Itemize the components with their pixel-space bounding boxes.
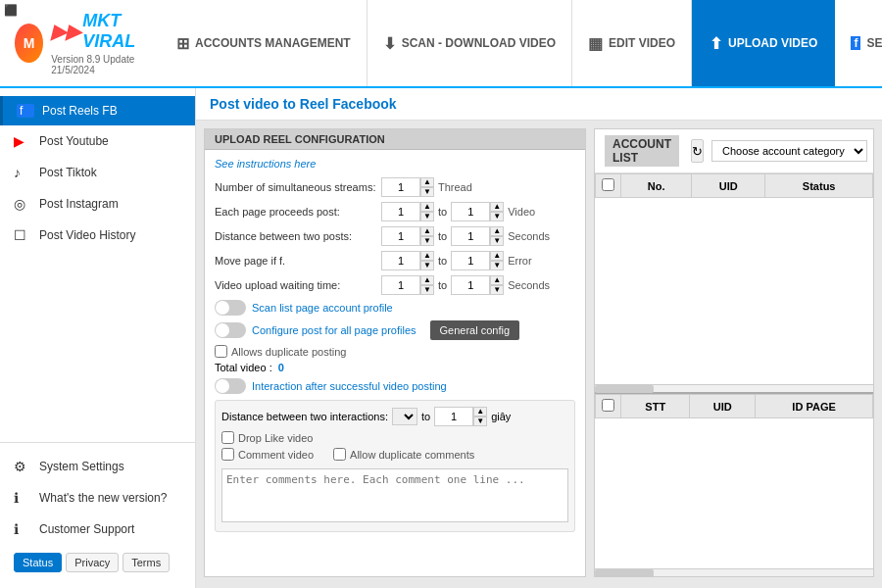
wait-time-input-group: ▲ ▼ [381, 275, 434, 295]
distance-posts-up[interactable]: ▲ [420, 226, 434, 236]
distance-posts-input-group: ▲ ▼ [381, 226, 434, 246]
interaction-distance-input[interactable] [434, 407, 473, 426]
sidebar-item-post-tiktok[interactable]: ♪ Post Tiktok [0, 157, 195, 188]
move-page-input[interactable] [381, 251, 420, 270]
top-scroll-bar[interactable] [595, 384, 873, 392]
tab-edit[interactable]: ▦ EDIT VIDEO [572, 0, 692, 86]
top-account-table: No. UID Status [595, 173, 873, 198]
privacy-button[interactable]: Privacy [66, 553, 119, 572]
scan-icon: ⬇ [383, 34, 396, 53]
sidebar-item-post-instagram[interactable]: ◎ Post Instagram [0, 188, 195, 220]
wait-time-down[interactable]: ▼ [420, 285, 434, 295]
allows-duplicate-row: Allows duplicate posting [215, 345, 575, 358]
window-control: ⬛ [4, 4, 18, 17]
sidebar-item-system-settings[interactable]: ⚙ System Settings [0, 451, 195, 482]
distance-posts-to: to [438, 230, 447, 242]
configure-post-toggle[interactable] [215, 322, 246, 338]
refresh-button[interactable]: ↻ [691, 139, 704, 163]
interaction-distance-input-group: ▲ ▼ [434, 407, 487, 426]
scan-list-toggle[interactable] [215, 300, 246, 316]
simultaneous-streams-spin: ▲ ▼ [420, 177, 434, 197]
wait-time-to-input[interactable] [451, 275, 490, 295]
account-table-top: No. UID Status [595, 173, 873, 384]
bottom-scroll-thumb [595, 569, 654, 577]
each-page-input[interactable] [381, 202, 420, 221]
status-button[interactable]: Status [14, 553, 62, 572]
bottom-table-header-row: STT UID ID PAGE [596, 395, 873, 418]
each-page-up[interactable]: ▲ [420, 202, 434, 212]
tab-upload[interactable]: ⬆ UPLOAD VIDEO [692, 0, 835, 86]
logo: M ▶▶ MKT VIRAL Version 8.9 Update 21/5/2… [15, 11, 146, 75]
sidebar-item-post-video-history[interactable]: ☐ Post Video History [0, 220, 195, 251]
wait-time-to-up[interactable]: ▲ [490, 275, 504, 285]
logo-text: ▶▶ MKT VIRAL Version 8.9 Update 21/5/202… [51, 11, 146, 75]
bottom-select-all[interactable] [602, 399, 614, 412]
interaction-distance-up[interactable]: ▲ [473, 407, 487, 416]
move-page-up[interactable]: ▲ [420, 251, 434, 261]
error-label: Error [508, 255, 531, 267]
distance-posts-input[interactable] [381, 226, 420, 246]
tab-accounts[interactable]: ⊞ ACCOUNTS MANAGEMENT [161, 0, 368, 86]
top-no-col: No. [621, 174, 692, 198]
wait-time-up[interactable]: ▲ [420, 275, 434, 285]
top-bar: M ▶▶ MKT VIRAL Version 8.9 Update 21/5/2… [0, 0, 882, 88]
distance-posts-to-down[interactable]: ▼ [490, 236, 504, 246]
move-page-down[interactable]: ▼ [420, 261, 434, 270]
simultaneous-streams-input[interactable] [381, 177, 420, 197]
distance-posts-to-up[interactable]: ▲ [490, 226, 504, 236]
wait-time-spin: ▲ ▼ [420, 275, 434, 295]
comment-video-checkbox[interactable] [221, 448, 234, 461]
allow-duplicate-comments-checkbox[interactable] [333, 448, 346, 461]
sidebar-item-new-version[interactable]: ℹ What's the new version? [0, 482, 195, 514]
move-page-to-up[interactable]: ▲ [490, 251, 504, 261]
sidebar-item-customer-support[interactable]: ℹ Customer Support [0, 514, 195, 545]
move-page-to-input[interactable] [451, 251, 490, 270]
scan-list-label: Scan list page account profile [252, 302, 393, 314]
tab-seeding[interactable]: f SEEDING V [835, 0, 882, 86]
tab-scan[interactable]: ⬇ SCAN - DOWNLOAD VIDEO [368, 0, 572, 86]
drop-like-checkbox[interactable] [221, 431, 234, 444]
each-page-row: Each page proceeds post: ▲ ▼ to ▲ ▼ [215, 202, 575, 221]
logo-area: M ▶▶ MKT VIRAL Version 8.9 Update 21/5/2… [0, 1, 161, 85]
sub-config: Distance between two interactions: to ▲ … [215, 400, 575, 532]
each-page-down[interactable]: ▼ [420, 212, 434, 221]
page-title: Post video to Reel Facebook [210, 96, 397, 112]
allows-duplicate-checkbox[interactable] [215, 345, 227, 358]
terms-button[interactable]: Terms [122, 553, 170, 572]
each-page-to-input[interactable] [451, 202, 490, 221]
wait-time-to-down[interactable]: ▼ [490, 285, 504, 295]
simultaneous-streams-up[interactable]: ▲ [420, 177, 434, 187]
move-page-row: Move page if f. ▲ ▼ to ▲ ▼ [215, 251, 575, 270]
bottom-scroll-bar[interactable] [595, 568, 873, 576]
distance-posts-to-spin: ▲ ▼ [490, 226, 504, 246]
sidebar-item-post-reels-fb[interactable]: f Post Reels FB [0, 96, 195, 125]
each-page-to-down[interactable]: ▼ [490, 212, 504, 221]
interaction-toggle[interactable] [215, 378, 246, 394]
interaction-distance-select[interactable] [392, 408, 417, 425]
sidebar-item-post-youtube[interactable]: ▶ Post Youtube [0, 125, 195, 157]
wait-time-to-spin: ▲ ▼ [490, 275, 504, 295]
general-config-button[interactable]: General config [430, 320, 520, 340]
comment-textarea[interactable] [221, 468, 568, 522]
interaction-distance-to: to [421, 411, 430, 422]
configure-post-label: Configure post for all page profiles [252, 324, 416, 336]
distance-posts-to-input[interactable] [451, 226, 490, 246]
drop-like-label: Drop Like video [238, 432, 313, 444]
distance-posts-to-input-group: ▲ ▼ [451, 226, 504, 246]
instructions-link[interactable]: See instructions here [215, 158, 575, 170]
simultaneous-streams-down[interactable]: ▼ [420, 187, 434, 197]
interaction-knob [216, 379, 229, 393]
bottom-checkbox-col [596, 395, 621, 418]
seconds-label: Seconds [508, 230, 550, 242]
account-panel: ACCOUNT LIST ↻ Choose account category L… [594, 128, 874, 577]
category-select[interactable]: Choose account category [711, 140, 867, 162]
distance-posts-down[interactable]: ▼ [420, 236, 434, 246]
wait-time-input[interactable] [381, 275, 420, 295]
move-page-to-down[interactable]: ▼ [490, 261, 504, 270]
top-select-all[interactable] [602, 178, 614, 191]
edit-icon: ▦ [588, 34, 603, 53]
move-page-input-group: ▲ ▼ [381, 251, 434, 270]
each-page-to-up[interactable]: ▲ [490, 202, 504, 212]
bottom-account-table: STT UID ID PAGE [595, 394, 873, 418]
interaction-distance-down[interactable]: ▼ [473, 416, 487, 426]
